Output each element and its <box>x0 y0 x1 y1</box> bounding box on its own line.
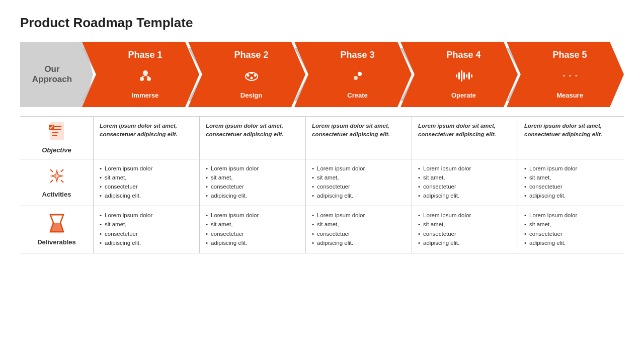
del-cell-5: Lorem ipsum dolor sit amet, consectetuer… <box>518 206 624 252</box>
svg-rect-12 <box>461 70 462 81</box>
svg-line-26 <box>50 169 53 172</box>
phase3-arrow: Phase 3 Create <box>294 42 412 107</box>
phase5-arrow: Phase 5 <·····> Measure <box>507 42 624 107</box>
svg-point-7 <box>250 77 253 79</box>
deliverables-row: Deliverables Lorem ipsum dolor sit amet,… <box>20 206 624 253</box>
svg-text:<·····>: <·····> <box>561 70 579 81</box>
svg-line-29 <box>61 180 63 183</box>
phase4-label: Phase 4 <box>446 50 480 60</box>
svg-rect-21 <box>52 132 58 133</box>
objective-row: Objective Lorem ipsum dolor sit amet, co… <box>20 116 624 159</box>
act-cell-3: Lorem ipsum dolor sit amet, consectetuer… <box>305 159 412 206</box>
svg-line-3 <box>142 75 145 77</box>
svg-rect-22 <box>52 135 57 136</box>
activities-row: Activities Lorem ipsum dolor sit amet, c… <box>20 159 624 206</box>
phase3-name: Create <box>347 92 367 99</box>
objective-text: Objective <box>42 146 71 154</box>
activities-text: Activities <box>42 191 71 198</box>
phase2-icon <box>244 68 260 86</box>
approach-label: OurApproach <box>32 64 72 84</box>
phase2-arrow: Phase 2 Design <box>188 42 305 107</box>
phase4-arrow: Phase 4 Operate <box>400 42 518 107</box>
hourglass-icon <box>49 214 64 236</box>
act-cell-4: Lorem ipsum dolor sit amet, consectetuer… <box>412 159 518 206</box>
svg-rect-10 <box>456 74 457 77</box>
obj-cell-4: Lorem ipsum dolor sit amet, consectetuer… <box>412 117 518 159</box>
roadmap-table: Objective Lorem ipsum dolor sit amet, co… <box>20 116 624 253</box>
page-title: Product Roadmap Template <box>20 15 624 31</box>
del-cell-2: Lorem ipsum dolor sit amet, consectetuer… <box>199 206 305 252</box>
svg-marker-25 <box>53 172 61 180</box>
svg-point-8 <box>254 74 256 77</box>
obj-cell-1: Lorem ipsum dolor sit amet, consectetuer… <box>93 117 199 159</box>
svg-line-27 <box>61 169 63 172</box>
del-cell-1: Lorem ipsum dolor sit amet, consectetuer… <box>93 206 199 252</box>
phase1-name: Immerse <box>132 92 158 99</box>
phase4-icon <box>455 69 473 85</box>
deliverables-label: Deliverables <box>20 206 93 252</box>
obj-cell-2: Lorem ipsum dolor sit amet, consectetuer… <box>199 117 305 159</box>
act-cell-1: Lorem ipsum dolor sit amet, consectetuer… <box>93 159 199 206</box>
phase2-name: Design <box>240 92 262 99</box>
svg-rect-13 <box>463 72 465 79</box>
sparkle-icon <box>48 167 66 189</box>
obj-cell-5: Lorem ipsum dolor sit amet, consectetuer… <box>518 117 624 159</box>
phase2-label: Phase 2 <box>234 50 268 60</box>
svg-rect-9 <box>250 72 253 74</box>
obj-cell-3: Lorem ipsum dolor sit amet, consectetuer… <box>305 117 412 159</box>
phase1-arrow: Phase 1 Immerse <box>82 42 199 107</box>
phase4-name: Operate <box>451 92 476 99</box>
svg-point-0 <box>143 70 148 75</box>
roadmap-arrows: OurApproach Phase 1 Immerse Phase 2 <box>20 42 624 107</box>
svg-rect-14 <box>466 74 467 77</box>
objective-label: Objective <box>20 117 93 159</box>
svg-line-28 <box>50 180 53 183</box>
svg-point-2 <box>147 77 151 81</box>
svg-rect-16 <box>471 74 472 77</box>
svg-point-6 <box>247 74 249 77</box>
act-cell-2: Lorem ipsum dolor sit amet, consectetuer… <box>199 159 305 206</box>
act-cell-5: Lorem ipsum dolor sit amet, consectetuer… <box>518 159 624 206</box>
svg-rect-11 <box>458 72 460 79</box>
activities-label: Activities <box>20 159 93 206</box>
phase3-icon <box>350 68 366 86</box>
phase5-name: Measure <box>556 92 583 99</box>
svg-line-4 <box>145 75 149 77</box>
del-cell-3: Lorem ipsum dolor sit amet, consectetuer… <box>305 206 412 252</box>
del-cell-4: Lorem ipsum dolor sit amet, consectetuer… <box>412 206 518 252</box>
checklist-icon <box>48 122 65 144</box>
phase5-label: Phase 5 <box>552 50 587 60</box>
phase5-icon: <·····> <box>561 70 579 83</box>
deliverables-text: Deliverables <box>37 238 76 246</box>
phase1-label: Phase 1 <box>128 50 162 60</box>
phase3-label: Phase 3 <box>340 50 374 60</box>
svg-rect-15 <box>468 72 470 79</box>
svg-point-1 <box>140 77 144 81</box>
phase1-icon <box>137 68 153 86</box>
